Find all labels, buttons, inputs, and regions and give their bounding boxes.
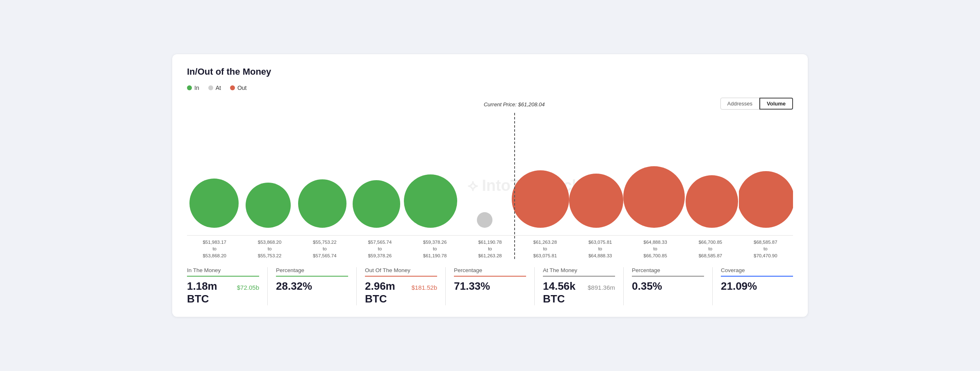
- bubble-8: [623, 166, 685, 228]
- bubble-col-7: [569, 174, 623, 228]
- legend-out-label: Out: [237, 85, 247, 91]
- stat-coverage: Coverage 21.09%: [721, 267, 793, 293]
- stat-in-underline: [187, 276, 259, 277]
- chart-divider: [187, 235, 793, 236]
- stat-out-value-row: 2.96m BTC $181.52b: [365, 280, 437, 305]
- stat-coverage-underline: [721, 276, 793, 277]
- stat-in-value-row: 1.18m BTC $72.05b: [187, 280, 259, 305]
- stat-at-label: At The Money: [543, 267, 615, 273]
- divider-5: [623, 267, 624, 305]
- range-10: $68,585.87to$70,470.90: [738, 239, 793, 259]
- legend-in-dot: [187, 85, 192, 90]
- divider-2: [356, 267, 357, 305]
- stat-in-pct-underline: [276, 276, 348, 277]
- bubble-9: [686, 175, 738, 228]
- bubble-7: [569, 174, 623, 228]
- range-6: $61,263.28to$63,075.81: [517, 239, 572, 259]
- legend-in: In: [187, 85, 199, 91]
- bubble-5: [477, 212, 492, 228]
- stat-in-pct-label: Percentage: [276, 267, 348, 273]
- range-2: $55,753.22to$57,565.74: [297, 239, 352, 259]
- bubble-col-9: [685, 175, 739, 228]
- stat-at-percentage: Percentage 0.35%: [632, 267, 704, 293]
- stat-out-pct-underline: [454, 276, 526, 277]
- legend-in-label: In: [194, 85, 199, 91]
- stat-at-value-row: 14.56k BTC $891.36m: [543, 280, 615, 305]
- bubble-col-1: [241, 183, 295, 228]
- stat-at-pct-underline: [632, 276, 704, 277]
- range-7: $63,075.81to$64,888.33: [573, 239, 628, 259]
- bubble-0: [189, 179, 239, 228]
- stat-out-percentage: Percentage 71.33%: [454, 267, 526, 293]
- stat-at-value: 14.56k BTC: [543, 280, 585, 305]
- stat-at-underline: [543, 276, 615, 277]
- legend: In At Out: [187, 85, 793, 91]
- bubble-6: [512, 170, 569, 228]
- legend-out: Out: [230, 85, 247, 91]
- bubble-col-10: [739, 171, 793, 228]
- divider-1: [267, 267, 268, 305]
- bubble-3: [353, 180, 400, 228]
- stat-in-pct-value: 28.32%: [276, 280, 312, 292]
- stat-in-the-money: In The Money 1.18m BTC $72.05b: [187, 267, 259, 305]
- stat-at-the-money: At The Money 14.56k BTC $891.36m: [543, 267, 615, 305]
- range-1: $53,868.20to$55,753.22: [242, 239, 297, 259]
- stat-in-value: 1.18m BTC: [187, 280, 235, 305]
- stat-out-the-money: Out Of The Money 2.96m BTC $181.52b: [365, 267, 437, 305]
- divider-6: [712, 267, 713, 305]
- bubble-col-0: [187, 179, 241, 228]
- bubble-col-3: [349, 180, 403, 228]
- stat-out-sub: $181.52b: [411, 284, 437, 291]
- stat-out-underline: [365, 276, 437, 277]
- range-labels: $51,983.17to$53,868.20 $53,868.20to$55,7…: [187, 239, 793, 259]
- range-4: $59,378.26to$61,190.78: [407, 239, 462, 259]
- bubble-4: [404, 174, 457, 228]
- chart-area: Addresses Volume Current Price: $61,208.…: [187, 98, 793, 259]
- bubble-col-6: [512, 170, 569, 228]
- card: In/Out of the Money In At Out Addresses …: [172, 54, 808, 316]
- stat-coverage-label: Coverage: [721, 267, 793, 273]
- addresses-button[interactable]: Addresses: [720, 98, 759, 110]
- divider-3: [445, 267, 446, 305]
- stat-out-pct-value: 71.33%: [454, 280, 490, 292]
- toggle-buttons: Addresses Volume: [187, 98, 793, 110]
- volume-button[interactable]: Volume: [759, 98, 793, 110]
- legend-out-dot: [230, 85, 235, 90]
- bubbles-wrapper: Current Price: $61,208.04 ⟡ IntoTheBlock: [187, 113, 793, 259]
- bubble-1: [246, 183, 291, 228]
- legend-at-label: At: [216, 85, 221, 91]
- range-8: $64,888.33to$66,700.85: [628, 239, 683, 259]
- stats-row: In The Money 1.18m BTC $72.05b Percentag…: [187, 267, 793, 305]
- divider-4: [534, 267, 535, 305]
- stat-coverage-value: 21.09%: [721, 280, 757, 292]
- stat-in-sub: $72.05b: [237, 284, 259, 291]
- stat-in-percentage: Percentage 28.32%: [276, 267, 348, 293]
- legend-at: At: [208, 85, 221, 91]
- stat-at-sub: $891.36m: [588, 284, 615, 291]
- range-0: $51,983.17to$53,868.20: [187, 239, 242, 259]
- stat-out-value: 2.96m BTC: [365, 280, 409, 305]
- stat-at-pct-label: Percentage: [632, 267, 704, 273]
- stat-in-label: In The Money: [187, 267, 259, 273]
- bubble-col-4: [403, 174, 458, 228]
- stat-out-pct-label: Percentage: [454, 267, 526, 273]
- bubble-col-8: [623, 166, 685, 228]
- stat-at-pct-value: 0.35%: [632, 280, 662, 292]
- stat-out-label: Out Of The Money: [365, 267, 437, 273]
- bubble-10: [739, 171, 793, 228]
- bubbles-container: [187, 113, 793, 228]
- range-9: $66,700.85to$68,585.87: [683, 239, 738, 259]
- page-title: In/Out of the Money: [187, 66, 793, 77]
- bubble-col-5: [458, 212, 512, 228]
- bubble-2: [298, 179, 346, 228]
- range-3: $57,565.74to$59,378.26: [352, 239, 407, 259]
- bubble-col-2: [295, 179, 349, 228]
- range-5: $61,190.78to$61,263.28: [463, 239, 517, 259]
- legend-at-dot: [208, 85, 213, 90]
